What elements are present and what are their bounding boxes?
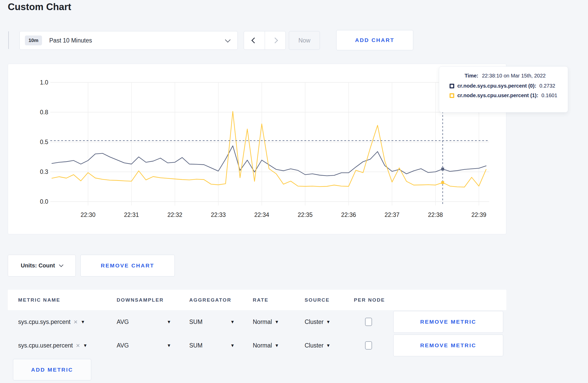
svg-text:0.8: 0.8 xyxy=(40,109,48,116)
dropdown-caret-icon: ▼ xyxy=(230,343,235,348)
svg-text:22:35: 22:35 xyxy=(298,211,313,218)
per-node-checkbox[interactable] xyxy=(365,318,372,326)
svg-text:1.0: 1.0 xyxy=(40,79,48,86)
dropdown-caret-icon: ▼ xyxy=(83,343,87,348)
downsampler-value: AVG xyxy=(117,342,129,349)
remove-chart-button[interactable]: REMOVE CHART xyxy=(80,255,175,276)
time-range-label: Past 10 Minutes xyxy=(49,37,92,44)
col-header-source: SOURCE xyxy=(305,297,354,303)
source-select[interactable]: Cluster ▼ xyxy=(305,318,354,325)
tooltip-entry: cr.node.sys.cpu.sys.percent (0): 0.2732 xyxy=(450,83,563,89)
remove-x-icon[interactable]: × xyxy=(76,342,80,349)
series-swatch-icon xyxy=(450,84,454,88)
rate-value: Normal xyxy=(253,318,272,325)
source-value: Cluster xyxy=(305,318,324,325)
source-value: Cluster xyxy=(305,342,324,349)
chevron-right-icon xyxy=(272,38,278,44)
add-chart-button[interactable]: ADD CHART xyxy=(336,30,413,50)
rate-select[interactable]: Normal ▼ xyxy=(253,342,305,349)
svg-text:22:30: 22:30 xyxy=(81,211,96,218)
rate-select[interactable]: Normal ▼ xyxy=(253,318,305,325)
svg-text:22:36: 22:36 xyxy=(341,211,356,218)
table-row: sys.cpu.user.percent × ▼ AVG ▼ SUM ▼ Nor… xyxy=(8,334,506,357)
tooltip-series-value: 0.2732 xyxy=(540,83,555,89)
units-select[interactable]: Units: Count xyxy=(8,255,76,276)
table-row: sys.cpu.sys.percent × ▼ AVG ▼ SUM ▼ Norm… xyxy=(8,310,506,334)
time-back-button[interactable] xyxy=(244,31,265,49)
chart-panel: 0.00.30.50.81.022:3022:3122:3222:3322:34… xyxy=(8,64,506,234)
aggregator-select[interactable]: SUM ▼ xyxy=(189,342,253,349)
downsampler-select[interactable]: AVG ▼ xyxy=(117,342,189,349)
svg-text:0.5: 0.5 xyxy=(40,139,48,145)
svg-text:22:32: 22:32 xyxy=(167,211,183,218)
col-header-metric-name: METRIC NAME xyxy=(18,297,117,303)
chevron-down-icon xyxy=(225,37,230,42)
dropdown-caret-icon: ▼ xyxy=(326,320,331,324)
svg-text:22:38: 22:38 xyxy=(428,211,443,218)
now-button[interactable]: Now xyxy=(289,31,320,50)
col-header-per-node: PER NODE xyxy=(354,297,393,303)
aggregator-value: SUM xyxy=(189,318,202,325)
tooltip-series-name: cr.node.sys.cpu.user.percent (1): xyxy=(457,93,538,98)
dropdown-caret-icon: ▼ xyxy=(167,343,171,348)
dropdown-caret-icon: ▼ xyxy=(230,320,235,324)
dropdown-caret-icon: ▼ xyxy=(81,320,85,324)
time-nav-group xyxy=(244,31,286,50)
series-swatch-icon xyxy=(450,93,454,98)
metric-name: sys.cpu.sys.percent xyxy=(18,318,71,325)
metric-name-select[interactable]: sys.cpu.sys.percent × ▼ xyxy=(18,318,117,325)
dropdown-caret-icon: ▼ xyxy=(275,343,279,348)
remove-x-icon[interactable]: × xyxy=(74,318,78,325)
time-range-selector[interactable]: 10m Past 10 Minutes xyxy=(19,31,238,50)
downsampler-value: AVG xyxy=(117,318,129,325)
svg-text:22:37: 22:37 xyxy=(384,211,400,218)
aggregator-value: SUM xyxy=(189,342,202,349)
dropdown-caret-icon: ▼ xyxy=(326,343,331,348)
svg-text:0.0: 0.0 xyxy=(40,198,48,205)
tooltip-series-name: cr.node.sys.cpu.sys.percent (0): xyxy=(457,83,536,89)
remove-metric-button[interactable]: REMOVE METRIC xyxy=(393,335,503,356)
metrics-table-header: METRIC NAME DOWNSAMPLER AGGREGATOR RATE … xyxy=(8,290,506,310)
dropdown-caret-icon: ▼ xyxy=(167,320,171,324)
col-header-downsampler: DOWNSAMPLER xyxy=(117,297,189,303)
col-header-aggregator: AGGREGATOR xyxy=(189,297,253,303)
page-title: Custom Chart xyxy=(8,2,71,12)
source-select[interactable]: Cluster ▼ xyxy=(305,342,354,349)
metric-name-select[interactable]: sys.cpu.user.percent × ▼ xyxy=(18,342,117,349)
svg-text:0.3: 0.3 xyxy=(40,168,48,175)
toolbar-divider xyxy=(8,31,9,49)
rate-value: Normal xyxy=(253,342,272,349)
tooltip-series-value: 0.1601 xyxy=(541,93,557,98)
chart-hover-tooltip: Time: 22:38:10 on Mar 15th, 2022 cr.node… xyxy=(439,66,568,112)
add-metric-button[interactable]: ADD METRIC xyxy=(13,359,91,380)
toolbar: 10m Past 10 Minutes Now ADD CHART xyxy=(0,30,588,50)
svg-text:22:39: 22:39 xyxy=(471,211,486,218)
tooltip-entry: cr.node.sys.cpu.user.percent (1): 0.1601 xyxy=(450,93,563,98)
svg-text:22:33: 22:33 xyxy=(211,211,226,218)
time-range-badge: 10m xyxy=(25,36,42,45)
svg-text:22:34: 22:34 xyxy=(254,211,269,218)
time-forward-button[interactable] xyxy=(265,31,286,49)
line-chart-plot[interactable]: 0.00.30.50.81.022:3022:3122:3222:3322:34… xyxy=(8,64,507,235)
dropdown-caret-icon: ▼ xyxy=(275,320,279,324)
svg-text:22:31: 22:31 xyxy=(124,211,139,218)
units-label: Units: Count xyxy=(21,262,55,269)
chevron-left-icon xyxy=(251,38,257,44)
per-node-checkbox[interactable] xyxy=(365,341,372,350)
downsampler-select[interactable]: AVG ▼ xyxy=(117,318,189,325)
aggregator-select[interactable]: SUM ▼ xyxy=(189,318,253,325)
metric-name: sys.cpu.user.percent xyxy=(18,342,73,349)
remove-metric-button[interactable]: REMOVE METRIC xyxy=(393,311,503,333)
tooltip-time-value: 22:38:10 on Mar 15th, 2022 xyxy=(482,73,546,79)
col-header-rate: RATE xyxy=(253,297,305,303)
chevron-down-icon xyxy=(59,263,63,267)
tooltip-time-label: Time: xyxy=(465,73,478,79)
